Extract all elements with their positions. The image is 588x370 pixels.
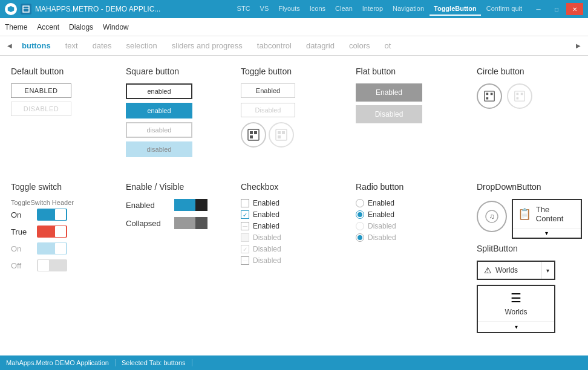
enable-enabled-thumb	[195, 199, 207, 211]
enable-enabled-track[interactable]	[174, 199, 207, 211]
toggle-thumb-on	[55, 209, 66, 220]
svg-rect-7	[276, 129, 287, 140]
checkbox-section: Checkbox Enabled Enabled Enabled Disable…	[236, 177, 351, 349]
checkbox-unchecked-enabled[interactable]	[241, 199, 249, 207]
circle-enabled-button[interactable]	[477, 83, 502, 109]
toggle-switch-on-disabled	[37, 242, 67, 255]
toggle-button-title: Toggle button	[241, 67, 346, 76]
tab-datagrid[interactable]: datagrid	[299, 36, 342, 55]
checkbox-row-1: Enabled	[241, 199, 346, 207]
tab-colors[interactable]: colors	[342, 36, 377, 55]
dropdown-content-text: The Content	[536, 205, 576, 223]
enable-collapsed-label: Collapsed	[126, 219, 168, 228]
svg-rect-13	[491, 93, 493, 96]
square-enabled-button[interactable]: enabled	[126, 83, 192, 99]
checkbox-label-5: Disabled	[253, 245, 281, 253]
toggle-enabled-button[interactable]: Enabled	[241, 83, 295, 98]
minimize-button[interactable]: ─	[530, 3, 547, 15]
main-content: Default button ENABLED DISABLED Square b…	[0, 56, 588, 355]
checkbox-row-3: Enabled	[241, 222, 346, 230]
menu-theme[interactable]: Theme	[5, 23, 27, 31]
radio-row-1: Enabled	[356, 199, 467, 207]
tabs-container: buttons text dates selection sliders and…	[15, 36, 573, 55]
checkbox-indeterminate-enabled[interactable]	[241, 222, 249, 230]
tab-text[interactable]: text	[58, 36, 85, 55]
enable-collapsed-track[interactable]	[174, 217, 207, 229]
tabs-scroll-left[interactable]: ◀	[5, 42, 15, 49]
toggle-switch-true[interactable]	[37, 226, 67, 238]
toggle-switch-on[interactable]	[37, 209, 67, 221]
svg-rect-8	[278, 131, 281, 134]
menu-window[interactable]: Window	[103, 23, 129, 31]
square-enabled-active-button[interactable]: enabled	[126, 103, 192, 118]
toggle-switch-title: Toggle switch	[11, 182, 116, 192]
split-button-row-1[interactable]: ⚠ Worlds ▾	[477, 261, 555, 280]
toggle-switch-true-row: True	[11, 226, 116, 238]
svg-rect-18	[517, 97, 519, 100]
default-enabled-button[interactable]: ENABLED	[11, 83, 71, 98]
square-button-title: Square button	[126, 67, 231, 76]
default-button-title: Default button	[11, 67, 116, 76]
radio-selected-enabled[interactable]	[356, 210, 364, 219]
toggle-icon-active[interactable]	[241, 122, 266, 148]
dropdown-arrow[interactable]: ▾	[513, 228, 581, 238]
toggle-switch-off-disabled-row: Off	[11, 259, 116, 271]
maximize-button[interactable]: □	[548, 3, 565, 15]
split-large-content: ☰ Worlds	[478, 286, 554, 321]
nav-flyouts[interactable]: Flyouts	[274, 2, 304, 16]
nav-stc[interactable]: STC	[233, 2, 255, 16]
tab-selection[interactable]: selection	[119, 36, 164, 55]
menu-dialogs[interactable]: Dialogs	[69, 23, 93, 31]
radio-unselected-disabled	[356, 222, 364, 230]
split-arrow-2[interactable]: ▾	[478, 321, 554, 332]
dropdown-inner: 📋 The Content	[513, 200, 581, 228]
circle-disabled-button	[507, 83, 532, 109]
toggle-switch-on-row: On	[11, 209, 116, 221]
radio-button-section: Radio button Enabled Enabled Disabled Di…	[351, 177, 472, 349]
square-button-section: Square button enabled enabled disabled d…	[121, 62, 236, 177]
nav-clean[interactable]: Clean	[331, 2, 357, 16]
close-button[interactable]: ✕	[566, 3, 583, 15]
checkbox-checked-enabled[interactable]	[241, 210, 249, 219]
app-icon	[21, 4, 31, 15]
menu-accent[interactable]: Accent	[37, 23, 59, 31]
nav-interop[interactable]: Interop	[358, 2, 387, 16]
dropdown-content-box[interactable]: 📋 The Content ▾	[512, 199, 582, 239]
toggle-button-section: Toggle button Enabled Disabled	[236, 62, 351, 177]
tab-dates[interactable]: dates	[85, 36, 119, 55]
tab-other[interactable]: ot	[377, 36, 399, 55]
checkbox-row-2: Enabled	[241, 210, 346, 219]
nav-confirmquit[interactable]: Confirm quit	[482, 2, 526, 16]
default-button-section: Default button ENABLED DISABLED	[6, 62, 121, 177]
flat-enabled-button[interactable]: Enabled	[356, 83, 422, 102]
toggle-switch-off-disabled	[37, 259, 67, 271]
radio-label-3: Disabled	[368, 222, 396, 230]
split-button-row-2[interactable]: ☰ Worlds ▾	[477, 285, 555, 333]
nav-togglebutton[interactable]: ToggleButton	[430, 2, 481, 16]
app-logo	[5, 3, 17, 15]
flat-disabled-button: Disabled	[356, 105, 422, 123]
toggle-switch-true-label: True	[11, 227, 32, 236]
tab-buttons[interactable]: buttons	[15, 36, 58, 55]
svg-rect-1	[23, 6, 29, 12]
radio-row-4: Disabled	[356, 233, 467, 242]
radio-unselected-enabled-1[interactable]	[356, 199, 364, 207]
split-button-title: SplitButton	[477, 244, 582, 253]
radio-label-2: Enabled	[368, 210, 394, 219]
default-disabled-button: DISABLED	[11, 102, 71, 116]
radio-label-1: Enabled	[368, 199, 394, 207]
titlebar: MAHAPPS.METRO - DEMO APPLIC... STC VS Fl…	[0, 0, 588, 18]
music-circle-button[interactable]: ♫	[477, 201, 507, 232]
tab-tabcontrol[interactable]: tabcontrol	[250, 36, 299, 55]
tab-sliders[interactable]: sliders and progress	[165, 36, 250, 55]
statusbar-left: MahApps.Metro DEMO Application	[6, 359, 116, 366]
nav-navigation[interactable]: Navigation	[388, 2, 428, 16]
nav-vs[interactable]: VS	[256, 2, 273, 16]
nav-icons[interactable]: Icons	[305, 2, 330, 16]
radio-row-2: Enabled	[356, 210, 467, 219]
tabs-scroll-right[interactable]: ▶	[573, 42, 583, 49]
split-arrow-1[interactable]: ▾	[541, 262, 554, 279]
checkbox-checked-disabled	[241, 245, 249, 253]
warning-icon: ⚠	[484, 265, 492, 275]
svg-text:♫: ♫	[489, 212, 494, 221]
